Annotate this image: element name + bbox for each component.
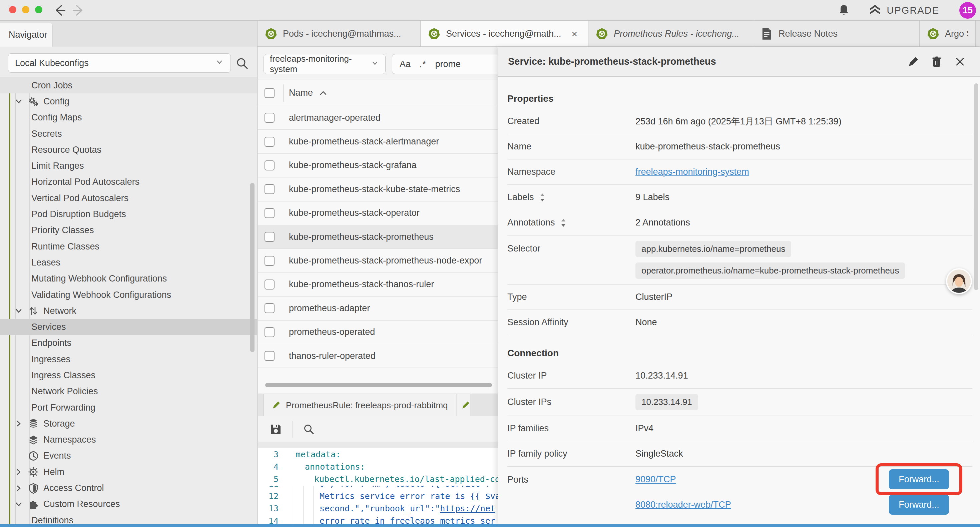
row-checkbox[interactable]	[264, 161, 275, 170]
select-all-checkbox[interactable]	[264, 88, 275, 98]
sort-updown-icon[interactable]	[539, 193, 546, 202]
app-tab[interactable]: Pods - icecheng@mathmas...	[258, 21, 421, 47]
sidebar-item-priority-classes[interactable]: Priority Classes	[0, 223, 258, 239]
sidebar-item-storage[interactable]: Storage	[0, 416, 258, 431]
app-tab[interactable]: Argo Se	[920, 21, 976, 47]
table-row[interactable]: prometheus-adapter	[258, 296, 498, 320]
resource-search-input[interactable]: Aa .* prome	[392, 54, 498, 74]
back-arrow-icon[interactable]	[53, 4, 66, 16]
sidebar-item-vertical-pod-autoscalers[interactable]: Vertical Pod Autoscalers	[0, 190, 258, 206]
table-row[interactable]: kube-prometheus-stack-alertmanager	[258, 130, 498, 153]
sidebar-item-horizontal-pod-autoscalers[interactable]: Horizontal Pod Autoscalers	[0, 174, 258, 190]
sidebar-item-config-maps[interactable]: Config Maps	[0, 110, 258, 126]
yaml-editor[interactable]: 3 metadata: 4 annotations: 5 kubectl.kub…	[258, 448, 498, 524]
app-tab[interactable]: Services - icecheng@math... ×	[421, 21, 589, 47]
upgrade-button[interactable]: UPGRADE	[868, 4, 939, 17]
name-column-header[interactable]: Name	[289, 88, 313, 98]
table-row[interactable]: kube-prometheus-stack-prometheus	[258, 225, 498, 249]
kubeconfig-selector[interactable]: Local Kubeconfigs	[8, 53, 231, 73]
sidebar-item-access-control[interactable]: Access Control	[0, 480, 258, 496]
sidebar-item-network-policies[interactable]: Network Policies	[0, 384, 258, 400]
sidebar-item-cron-jobs[interactable]: Cron Jobs	[0, 77, 258, 93]
row-checkbox[interactable]	[264, 113, 275, 123]
sidebar-item-leases[interactable]: Leases	[0, 255, 258, 271]
window-minimize-button[interactable]	[22, 6, 29, 13]
sidebar-item-secrets[interactable]: Secrets	[0, 126, 258, 142]
table-row[interactable]: kube-prometheus-stack-grafana	[258, 154, 498, 177]
table-row[interactable]: thanos-ruler-operated	[258, 344, 498, 368]
table-row[interactable]: kube-prometheus-stack-prometheus-node-ex…	[258, 249, 498, 272]
row-checkbox[interactable]	[264, 303, 275, 313]
sidebar-item-ingress-classes[interactable]: Ingress Classes	[0, 367, 258, 383]
close-icon[interactable]: ×	[572, 29, 578, 39]
sidebar-scrollbar[interactable]	[250, 183, 255, 352]
port-link[interactable]: 9090/TCP	[635, 474, 676, 485]
sidebar-item-network[interactable]: Network	[0, 303, 258, 319]
row-checkbox[interactable]	[264, 280, 275, 290]
port-link[interactable]: 8080:reloader-web/TCP	[635, 500, 731, 510]
code-link[interactable]: https://net	[440, 504, 495, 513]
forward-arrow-icon[interactable]	[72, 4, 85, 16]
database-icon	[28, 418, 39, 429]
sidebar-item-events[interactable]: Events	[0, 448, 258, 464]
row-checkbox[interactable]	[264, 232, 275, 242]
sidebar-item-custom-resources[interactable]: Custom Resources	[0, 496, 258, 512]
regex-toggle[interactable]: .*	[419, 59, 426, 70]
sidebar-item-validating-webhook-configurations[interactable]: Validating Webhook Configurations	[0, 287, 258, 303]
sidebar-item-helm[interactable]: Helm	[0, 464, 258, 480]
row-checkbox[interactable]	[264, 208, 275, 218]
search-icon[interactable]	[235, 57, 249, 70]
horizontal-scrollbar[interactable]	[265, 383, 492, 387]
window-zoom-button[interactable]	[35, 6, 42, 13]
window-close-button[interactable]	[9, 6, 16, 13]
gears-icon	[28, 96, 39, 107]
table-row[interactable]: kube-prometheus-stack-operator	[258, 201, 498, 225]
navigator-tab[interactable]: Navigator	[0, 23, 53, 47]
editor-search-icon[interactable]	[303, 423, 315, 435]
table-row[interactable]: prometheus-operated	[258, 320, 498, 344]
forward-button[interactable]: Forward...	[889, 495, 949, 515]
notification-count-badge[interactable]: 15	[959, 2, 976, 19]
app-tab[interactable]: Prometheus Rules - icecheng...	[589, 21, 753, 47]
row-checkbox[interactable]	[264, 327, 275, 337]
row-checkbox[interactable]	[264, 184, 275, 194]
sidebar-item-endpoints[interactable]: Endpoints	[0, 335, 258, 351]
sidebar-item-runtime-classes[interactable]: Runtime Classes	[0, 239, 258, 255]
notifications-bell-icon[interactable]	[838, 4, 850, 16]
sort-ascending-icon[interactable]	[320, 91, 327, 96]
editor-tab-prometheusrule[interactable]: PrometheusRule: freeleaps-prod-rabbitmq	[264, 394, 456, 416]
sidebar-item-mutating-webhook-configurations[interactable]: Mutating Webhook Configurations	[0, 271, 258, 287]
sidebar-item-definitions[interactable]: Definitions	[0, 512, 258, 524]
row-checkbox[interactable]	[264, 256, 275, 266]
sidebar-item-pod-disruption-budgets[interactable]: Pod Disruption Budgets	[0, 206, 258, 222]
save-icon[interactable]	[270, 423, 282, 435]
sort-updown-icon[interactable]	[560, 218, 567, 228]
table-row[interactable]: kube-prometheus-stack-kube-state-metrics	[258, 177, 498, 201]
code-token: second.","runbook_url":"	[320, 504, 440, 513]
row-checkbox[interactable]	[264, 351, 275, 361]
namespace-link[interactable]: freeleaps-monitoring-system	[635, 167, 749, 177]
delete-trash-icon[interactable]	[931, 56, 942, 67]
table-row[interactable]: alertmanager-operated	[258, 106, 498, 130]
close-icon[interactable]	[954, 56, 966, 67]
sidebar-item-namespaces[interactable]: Namespaces	[0, 432, 258, 448]
editor-tab-next-partial[interactable]	[457, 394, 470, 416]
edit-pencil-icon[interactable]	[908, 56, 919, 67]
forward-button[interactable]: Forward...	[889, 469, 949, 489]
sidebar-item-ingresses[interactable]: Ingresses	[0, 351, 258, 367]
sidebar-item-port-forwarding[interactable]: Port Forwarding	[0, 400, 258, 416]
match-case-toggle[interactable]: Aa	[399, 59, 410, 69]
sidebar-item-resource-quotas[interactable]: Resource Quotas	[0, 142, 258, 158]
sidebar-item-limit-ranges[interactable]: Limit Ranges	[0, 158, 258, 174]
sidebar-item-config[interactable]: Config	[0, 93, 258, 110]
row-checkbox[interactable]	[264, 137, 275, 147]
sidebar-item-services[interactable]: Services	[0, 319, 258, 335]
drawer-scrollbar[interactable]	[974, 83, 978, 290]
namespace-selector[interactable]: freeleaps-monitoring-system	[264, 54, 386, 74]
upgrade-chevrons-icon	[868, 4, 881, 17]
code-line: 14 error rate in freeleaps metrics ser	[258, 515, 498, 524]
avatar[interactable]	[946, 268, 972, 294]
table-row[interactable]: kube-prometheus-stack-thanos-ruler	[258, 273, 498, 296]
editor-strip	[258, 442, 498, 448]
app-tab[interactable]: Release Notes	[753, 21, 920, 47]
